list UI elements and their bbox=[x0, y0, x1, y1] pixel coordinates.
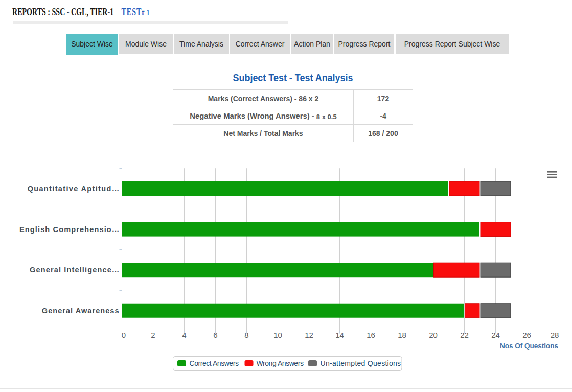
svg-text:General Awareness: General Awareness bbox=[42, 307, 120, 315]
svg-text:2: 2 bbox=[151, 331, 155, 339]
svg-text:6: 6 bbox=[213, 331, 217, 339]
svg-text:12: 12 bbox=[305, 331, 313, 339]
svg-text:26: 26 bbox=[522, 331, 531, 339]
svg-text:English Comprehensio…: English Comprehensio… bbox=[19, 225, 120, 234]
svg-text:Un-attempted Questions: Un-attempted Questions bbox=[321, 359, 401, 367]
svg-text:Nos Of Questions: Nos Of Questions bbox=[500, 342, 558, 350]
svg-text:8: 8 bbox=[244, 331, 248, 339]
svg-text:10: 10 bbox=[273, 331, 282, 339]
svg-text:0: 0 bbox=[122, 331, 126, 339]
svg-text:Correct Answers: Correct Answers bbox=[190, 359, 239, 367]
svg-text:20: 20 bbox=[429, 331, 438, 339]
svg-text:4: 4 bbox=[182, 331, 186, 339]
svg-text:14: 14 bbox=[335, 331, 344, 339]
svg-text:18: 18 bbox=[398, 331, 406, 339]
svg-text:Wrong Answers: Wrong Answers bbox=[257, 359, 304, 367]
svg-text:22: 22 bbox=[460, 331, 469, 339]
svg-text:16: 16 bbox=[367, 331, 375, 339]
svg-text:24: 24 bbox=[491, 331, 500, 339]
svg-text:28: 28 bbox=[551, 331, 559, 339]
svg-text:General Intelligence…: General Intelligence… bbox=[30, 266, 120, 274]
svg-text:Quantitative Aptitud…: Quantitative Aptitud… bbox=[28, 185, 120, 193]
